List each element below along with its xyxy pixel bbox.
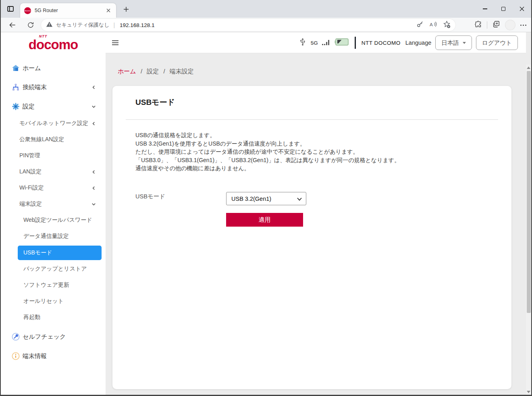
chevron-left-icon (91, 186, 96, 190)
tab-strip: docomo 5G Router (1, 0, 531, 18)
url-text[interactable]: 192.168.128.1 (120, 22, 416, 28)
sidebar-item-device-info[interactable]: 端末情報 (1, 350, 106, 362)
back-arrow-icon[interactable] (7, 19, 18, 31)
select-chevron-down-icon (297, 196, 302, 202)
security-label: セキュリティ保護なし (56, 21, 109, 29)
usb-mode-field-label: USBモード (135, 193, 165, 200)
chevron-left-icon (91, 121, 96, 126)
chevron-left-icon (91, 170, 96, 174)
scrollbar-up-icon[interactable] (526, 65, 531, 71)
sidebar-item-all-reset[interactable]: オールリセット (1, 295, 106, 307)
breadcrumb-device-settings: 端末設定 (170, 68, 194, 75)
maximize-button[interactable] (494, 0, 513, 18)
main-content: 5G NTT DOCOMO Language 日本語 ログアウト (106, 32, 526, 395)
breadcrumb-home-link[interactable]: ホーム (118, 68, 136, 75)
gear-icon (12, 102, 20, 110)
self-check-icon (12, 333, 20, 341)
page-scrollbar[interactable] (526, 65, 531, 395)
header-divider (355, 37, 356, 49)
device-info-icon (12, 352, 20, 360)
app-header: 5G NTT DOCOMO Language 日本語 ログアウト (106, 32, 526, 53)
close-button[interactable] (513, 0, 531, 18)
usb-mode-select[interactable]: USB 3.2(Gen1) (226, 192, 306, 205)
caret-down-icon (463, 42, 466, 44)
sidebar-item-web-tool-password[interactable]: Web設定ツールパスワード (1, 214, 106, 226)
toolbar-divider (487, 21, 487, 29)
browser-window: docomo 5G Router セキュリティ保護なし | 192.168 (0, 0, 532, 396)
address-separator: | (113, 22, 115, 28)
scrollbar-thumb[interactable] (527, 71, 531, 313)
breadcrumb-settings: 設定 (147, 68, 159, 75)
security-warning-icon[interactable] (46, 21, 53, 29)
tab-close-icon[interactable] (105, 7, 112, 14)
ntt-label: NTT (39, 34, 48, 38)
sidebar-item-settings[interactable]: 設定 (1, 100, 106, 113)
signal-bars-icon (322, 39, 330, 47)
title-divider (126, 119, 498, 120)
chevron-down-icon (91, 202, 96, 206)
docomo-favicon-icon: docomo (24, 7, 31, 14)
sidebar-item-usb-mode-selected[interactable]: USBモード (18, 246, 102, 260)
settings-menu-icon[interactable] (520, 25, 526, 26)
router-admin-page: docomoNTT ホーム 接続端末 (1, 32, 531, 395)
refresh-icon[interactable] (25, 19, 36, 31)
password-key-icon[interactable] (416, 21, 424, 29)
sidebar-item-public-wlan-settings[interactable]: 公衆無線LAN設定 (1, 133, 106, 146)
chevron-left-icon (91, 85, 96, 90)
extensions-icon[interactable] (474, 21, 482, 30)
sidebar-item-data-usage-settings[interactable]: データ通信量設定 (1, 230, 106, 242)
sidebar-item-backup-restore[interactable]: バックアップとリストア (1, 263, 106, 275)
page-title: USBモード (135, 97, 175, 108)
home-icon (12, 64, 20, 72)
read-aloud-icon[interactable]: A (429, 21, 437, 29)
chevron-down-icon (91, 104, 96, 109)
apply-button[interactable]: 適用 (226, 213, 303, 227)
sidebar-item-pin-management[interactable]: PIN管理 (1, 150, 106, 162)
language-select-button[interactable]: 日本語 (435, 35, 472, 50)
network-type-label: 5G (311, 40, 318, 46)
browser-tab[interactable]: docomo 5G Router (20, 3, 116, 18)
address-bar[interactable]: セキュリティ保護なし | 192.168.128.1 A (41, 19, 455, 31)
connected-devices-icon (12, 83, 20, 91)
usb-mode-card: USBモード USBの通信規格を設定します。 USB 3.2(Gen1)を使用す… (112, 86, 511, 389)
tab-actions-icon[interactable] (5, 3, 16, 15)
sidebar-item-wifi-settings[interactable]: Wi-Fi設定 (1, 182, 106, 194)
operator-label: NTT DOCOMO (362, 40, 401, 46)
sidebar-item-home[interactable]: ホーム (1, 62, 106, 74)
sidebar-item-mobile-network-settings[interactable]: モバイルネットワーク設定 (1, 117, 106, 129)
scrollbar-down-icon[interactable] (526, 389, 531, 395)
breadcrumb: ホーム / 設定 / 端末設定 (118, 68, 194, 75)
sidebar: docomoNTT ホーム 接続端末 (1, 32, 106, 395)
usb-icon (299, 38, 307, 48)
logout-button[interactable]: ログアウト (476, 35, 518, 50)
tab-title: 5G Router (35, 8, 105, 13)
collections-icon[interactable] (492, 20, 500, 30)
docomo-logo: docomoNTT (1, 37, 106, 52)
description-text: USBの通信規格を設定します。 USB 3.2(Gen1)を使用するとUSBのデ… (135, 131, 498, 173)
hamburger-menu-icon[interactable] (112, 39, 120, 46)
sidebar-item-device-settings[interactable]: 端末設定 (1, 198, 106, 210)
new-tab-button[interactable] (121, 4, 131, 14)
sidebar-item-restart[interactable]: 再起動 (1, 311, 106, 323)
minimize-button[interactable] (476, 0, 494, 18)
sidebar-item-lan-settings[interactable]: LAN設定 (1, 166, 106, 178)
svg-text:A: A (430, 22, 433, 27)
favorites-add-icon[interactable] (443, 21, 451, 30)
sidebar-item-connected-devices[interactable]: 接続端末 (1, 81, 106, 93)
sidebar-item-software-update[interactable]: ソフトウェア更新 (1, 279, 106, 291)
window-controls (476, 0, 531, 18)
battery-icon (335, 38, 349, 48)
sidebar-item-self-check[interactable]: セルフチェック (1, 331, 106, 343)
profile-avatar[interactable] (505, 20, 515, 30)
language-label: Language (405, 40, 432, 46)
